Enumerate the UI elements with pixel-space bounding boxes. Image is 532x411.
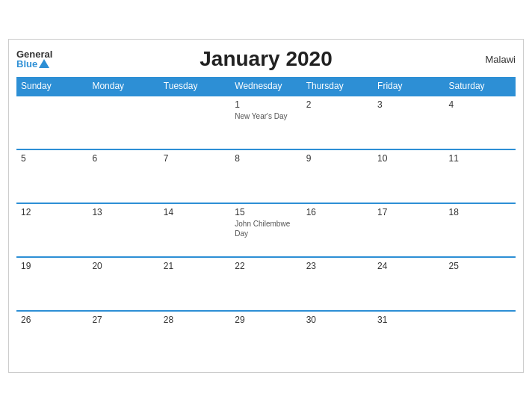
calendar-cell: 7 (159, 149, 230, 203)
calendar-week-row: 12131415John Chilembwe Day161718 (16, 203, 516, 257)
col-wednesday: Wednesday (230, 77, 301, 96)
day-number: 12 (21, 207, 83, 217)
col-saturday: Saturday (445, 77, 516, 96)
calendar-cell: 23 (302, 257, 373, 311)
day-number: 7 (164, 153, 226, 164)
calendar-cell: 30 (302, 311, 373, 365)
day-number: 10 (377, 153, 439, 164)
day-number: 3 (377, 99, 439, 110)
day-number: 19 (21, 261, 83, 271)
calendar-cell: 29 (230, 311, 301, 365)
calendar-title: January 2020 (200, 47, 332, 71)
day-number: 26 (21, 315, 83, 325)
calendar-cell: 15John Chilembwe Day (230, 203, 301, 257)
holiday-name: New Year's Day (235, 111, 297, 121)
day-number: 25 (449, 261, 511, 271)
calendar-cell (16, 96, 87, 149)
col-friday: Friday (373, 77, 444, 96)
country-label: Malawi (486, 53, 516, 64)
day-number: 17 (377, 207, 439, 217)
logo-blue-text: Blue (16, 59, 37, 69)
day-number: 30 (306, 315, 368, 325)
calendar-cell: 28 (159, 311, 230, 365)
calendar-cell: 2 (302, 96, 373, 149)
day-number: 16 (306, 207, 368, 217)
calendar-cell: 21 (159, 257, 230, 311)
logo: General Blue (16, 49, 52, 69)
calendar-cell: 16 (302, 203, 373, 257)
holiday-name: John Chilembwe Day (235, 219, 297, 238)
day-number: 21 (164, 261, 226, 271)
calendar-container: General Blue January 2020 Malawi Sunday … (8, 39, 524, 373)
calendar-cell (159, 96, 230, 149)
day-number: 31 (377, 315, 439, 325)
calendar-cell: 31 (373, 311, 444, 365)
calendar-cell (87, 96, 158, 149)
day-number: 13 (92, 207, 154, 217)
calendar-cell: 4 (445, 96, 516, 149)
calendar-cell: 6 (87, 149, 158, 203)
calendar-week-row: 567891011 (16, 149, 516, 203)
calendar-week-row: 1New Year's Day234 (16, 96, 516, 149)
calendar-cell (445, 311, 516, 365)
calendar-header-row: Sunday Monday Tuesday Wednesday Thursday… (16, 77, 516, 96)
calendar-cell: 10 (373, 149, 444, 203)
calendar-cell: 19 (16, 257, 87, 311)
calendar-cell: 27 (87, 311, 158, 365)
day-number: 5 (21, 153, 83, 164)
calendar-week-row: 262728293031 (16, 311, 516, 365)
day-number: 1 (235, 99, 297, 110)
calendar-table: Sunday Monday Tuesday Wednesday Thursday… (16, 77, 516, 365)
day-number: 8 (235, 153, 297, 164)
calendar-cell: 5 (16, 149, 87, 203)
calendar-cell: 13 (87, 203, 158, 257)
col-sunday: Sunday (16, 77, 87, 96)
calendar-cell: 20 (87, 257, 158, 311)
day-number: 29 (235, 315, 297, 325)
day-number: 24 (377, 261, 439, 271)
day-number: 27 (92, 315, 154, 325)
calendar-week-row: 19202122232425 (16, 257, 516, 311)
calendar-cell: 25 (445, 257, 516, 311)
calendar-cell: 11 (445, 149, 516, 203)
day-number: 9 (306, 153, 368, 164)
day-number: 11 (449, 153, 511, 164)
calendar-cell: 18 (445, 203, 516, 257)
day-number: 20 (92, 261, 154, 271)
day-number: 18 (449, 207, 511, 217)
day-number: 23 (306, 261, 368, 271)
calendar-cell: 22 (230, 257, 301, 311)
day-number: 2 (306, 99, 368, 110)
col-tuesday: Tuesday (159, 77, 230, 96)
calendar-cell: 3 (373, 96, 444, 149)
col-monday: Monday (87, 77, 158, 96)
day-number: 14 (164, 207, 226, 217)
calendar-cell: 17 (373, 203, 444, 257)
day-number: 22 (235, 261, 297, 271)
calendar-cell: 12 (16, 203, 87, 257)
day-number: 15 (235, 207, 297, 217)
calendar-cell: 26 (16, 311, 87, 365)
calendar-cell: 1New Year's Day (230, 96, 301, 149)
calendar-cell: 24 (373, 257, 444, 311)
calendar-cell: 8 (230, 149, 301, 203)
day-number: 28 (164, 315, 226, 325)
day-number: 6 (92, 153, 154, 164)
calendar-header: General Blue January 2020 Malawi (16, 47, 516, 71)
logo-triangle-icon (39, 59, 49, 68)
day-number: 4 (449, 99, 511, 110)
col-thursday: Thursday (302, 77, 373, 96)
calendar-cell: 14 (159, 203, 230, 257)
calendar-cell: 9 (302, 149, 373, 203)
